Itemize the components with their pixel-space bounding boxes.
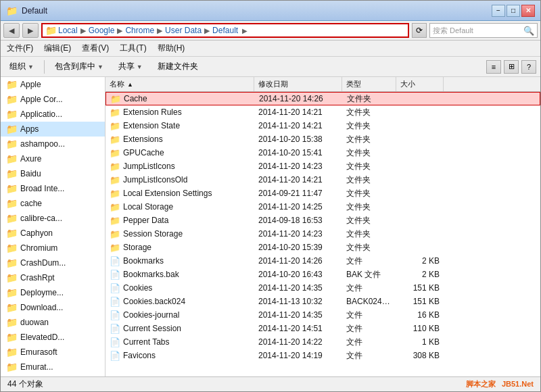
menu-file[interactable]: 文件(F) <box>5 42 35 55</box>
col-header-name[interactable]: 名称 ▲ <box>105 77 254 91</box>
table-row[interactable]: 📁 Extension State 2014-11-20 14:21 文件夹 <box>105 119 540 132</box>
table-row[interactable]: 📁 Local Extension Settings 2014-09-21 11… <box>105 187 540 200</box>
folder-icon: 📁 <box>6 94 18 105</box>
folder-icon: 📁 <box>110 107 120 118</box>
maximize-button[interactable]: □ <box>507 5 520 17</box>
table-row[interactable]: 📄 Cookies.back024 2014-11-13 10:32 BACK0… <box>105 295 540 308</box>
path-chrome[interactable]: Chrome <box>125 26 154 35</box>
sidebar-item-deployme[interactable]: 📁 Deployme... <box>1 285 105 300</box>
sidebar-item-apple-cor[interactable]: 📁 Apple Cor... <box>1 92 105 107</box>
search-button[interactable]: 🔍 <box>523 26 534 36</box>
table-row[interactable]: 📄 Favicons 2014-11-20 14:19 文件 308 KB <box>105 349 540 362</box>
share-button[interactable]: 共享 ▼ <box>114 59 147 74</box>
sidebar-item-axure[interactable]: 📁 Axure <box>1 151 105 166</box>
table-row[interactable]: 📁 Storage 2014-10-20 15:39 文件夹 <box>105 241 540 254</box>
file-date-cell: 2014-10-20 15:39 <box>254 243 342 252</box>
sidebar-item-emurat[interactable]: 📁 Emurat... <box>1 360 105 374</box>
table-row[interactable]: 📁 Cache 2014-11-20 14:26 文件夹 <box>105 92 540 105</box>
search-box[interactable]: 搜索 Default 🔍 <box>429 23 538 38</box>
sidebar-item-cache[interactable]: 📁 cache <box>1 196 105 211</box>
col-header-type[interactable]: 类型 <box>342 77 396 91</box>
toolbar-divider-1 <box>44 60 45 74</box>
address-path-box[interactable]: 📁 Local ▶ Google ▶ Chrome ▶ User Data ▶ … <box>41 23 409 38</box>
table-row[interactable]: 📄 Cookies 2014-11-20 14:35 文件 151 KB <box>105 281 540 295</box>
table-row[interactable]: 📄 Current Tabs 2014-11-20 14:22 文件 1 KB <box>105 335 540 349</box>
menu-view[interactable]: 查看(V) <box>80 42 111 55</box>
table-row[interactable]: 📄 Bookmarks 2014-11-20 14:26 文件 2 KB <box>105 254 540 268</box>
sidebar-item-ashampoo[interactable]: 📁 ashampoo... <box>1 137 105 151</box>
path-userdata[interactable]: User Data <box>165 26 202 35</box>
file-date-cell: 2014-11-20 14:51 <box>254 324 342 333</box>
sidebar-item-emurasoft[interactable]: 📁 Emurasoft <box>1 345 105 360</box>
close-button[interactable]: ✕ <box>521 5 535 17</box>
path-default[interactable]: Default <box>212 26 238 35</box>
file-icon: 📄 <box>110 310 120 320</box>
file-size-cell: 110 KB <box>396 324 444 333</box>
file-name-cell: 📄 Cookies <box>105 283 254 293</box>
table-row[interactable]: 📁 Session Storage 2014-11-20 14:23 文件夹 <box>105 227 540 241</box>
file-type-cell: 文件 <box>342 310 396 321</box>
file-list-header: 名称 ▲ 修改日期 类型 大小 <box>105 77 540 92</box>
window-icon: 📁 <box>6 5 18 16</box>
table-row[interactable]: 📁 JumpListIcons 2014-11-20 14:23 文件夹 <box>105 160 540 173</box>
refresh-button[interactable]: ⟳ <box>412 23 427 38</box>
menu-tools[interactable]: 工具(T) <box>118 42 148 55</box>
file-name: Session Storage <box>123 229 183 239</box>
sidebar-item-applicatio[interactable]: 📁 Applicatio... <box>1 107 105 122</box>
back-button[interactable]: ◀ <box>3 23 20 38</box>
table-row[interactable]: 📁 Local Storage 2014-11-20 14:25 文件夹 <box>105 200 540 214</box>
share-dropdown-icon: ▼ <box>137 64 143 70</box>
table-row[interactable]: 📄 Bookmarks.bak 2014-10-20 16:43 BAK 文件 … <box>105 268 540 281</box>
sidebar-item-crashrpt[interactable]: 📁 CrashRpt <box>1 270 105 285</box>
toolbar-right: ≡ ⊞ ? <box>486 60 536 74</box>
file-icon: 📄 <box>110 324 120 334</box>
file-type-cell: 文件夹 <box>342 201 396 213</box>
col-header-date[interactable]: 修改日期 <box>254 77 342 91</box>
sidebar-item-download[interactable]: 📁 Download... <box>1 300 105 315</box>
sidebar-item-apps[interactable]: 📁 Apps <box>1 122 105 137</box>
file-name-cell: 📁 Local Extension Settings <box>105 189 254 199</box>
sidebar-item-duowan[interactable]: 📁 duowan <box>1 315 105 330</box>
forward-button[interactable]: ▶ <box>22 23 39 38</box>
sidebar-item-apple[interactable]: 📁 Apple <box>1 77 105 92</box>
table-row[interactable]: 📁 GPUCache 2014-10-20 15:41 文件夹 <box>105 146 540 160</box>
table-row[interactable]: 📁 Pepper Data 2014-09-18 16:53 文件夹 <box>105 214 540 227</box>
table-row[interactable]: 📁 Extensions 2014-10-20 15:38 文件夹 <box>105 132 540 146</box>
sidebar-item-chromium[interactable]: 📁 Chromium <box>1 241 105 255</box>
sidebar-item-calibre[interactable]: 📁 calibre-ca... <box>1 211 105 226</box>
view-toggle-2[interactable]: ⊞ <box>504 60 519 74</box>
file-date-cell: 2014-11-20 14:19 <box>254 351 342 360</box>
sidebar-item-elevatedd[interactable]: 📁 ElevatedD... <box>1 330 105 345</box>
help-icon-btn[interactable]: ? <box>521 60 536 74</box>
file-date-cell: 2014-10-20 16:43 <box>254 270 342 279</box>
file-icon: 📄 <box>110 337 120 347</box>
sidebar: 📁 Apple 📁 Apple Cor... 📁 Applicatio... 📁… <box>1 77 105 376</box>
path-google[interactable]: Google <box>89 26 115 35</box>
file-type-cell: 文件夹 <box>342 242 396 253</box>
table-row[interactable]: 📄 Current Session 2014-11-20 14:51 文件 11… <box>105 322 540 335</box>
file-date-cell: 2014-11-20 14:25 <box>254 202 342 212</box>
path-local[interactable]: Local <box>58 26 78 35</box>
view-toggle-1[interactable]: ≡ <box>486 60 501 74</box>
menu-edit[interactable]: 编辑(E) <box>42 42 73 55</box>
include-button[interactable]: 包含到库中 ▼ <box>50 59 108 74</box>
menu-help[interactable]: 帮助(H) <box>156 42 187 55</box>
sidebar-item-broad[interactable]: 📁 Broad Inte... <box>1 181 105 196</box>
path-sep-2: ▶ <box>117 26 122 35</box>
file-name: Cookies-journal <box>123 310 179 320</box>
new-folder-button[interactable]: 新建文件夹 <box>153 59 203 74</box>
table-row[interactable]: 📁 JumpListIconsOld 2014-11-20 14:21 文件夹 <box>105 173 540 187</box>
file-name: Favicons <box>123 351 156 360</box>
folder-icon: 📁 <box>6 258 18 268</box>
minimize-button[interactable]: − <box>492 5 505 17</box>
table-row[interactable]: 📄 Cookies-journal 2014-11-20 14:35 文件 16… <box>105 308 540 322</box>
sidebar-item-crashdump[interactable]: 📁 CrashDum... <box>1 255 105 270</box>
table-row[interactable]: 📁 Extension Rules 2014-11-20 14:21 文件夹 <box>105 105 540 119</box>
sidebar-item-baidu[interactable]: 📁 Baidu <box>1 166 105 181</box>
col-header-size[interactable]: 大小 <box>396 77 444 91</box>
folder-icon: 📁 <box>6 287 18 298</box>
file-name-cell: 📄 Current Tabs <box>105 337 254 347</box>
sidebar-item-caphyon[interactable]: 📁 Caphyon <box>1 226 105 241</box>
file-size-cell: 308 KB <box>396 351 444 360</box>
organize-button[interactable]: 组织 ▼ <box>5 59 39 74</box>
